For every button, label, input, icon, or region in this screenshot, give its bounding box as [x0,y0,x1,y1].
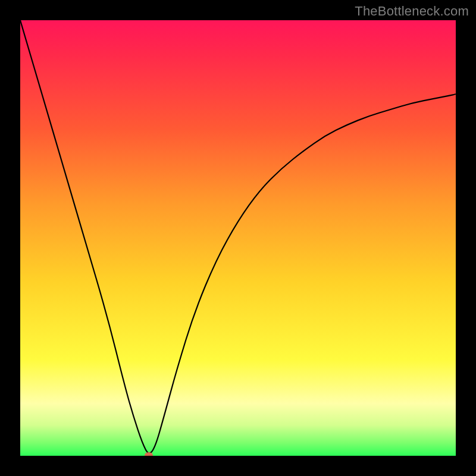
plot-area [20,20,456,456]
watermark-text: TheBottleneck.com [355,4,469,19]
svg-rect-0 [20,20,456,456]
optimum-marker [145,452,153,456]
background-gradient [20,20,456,456]
